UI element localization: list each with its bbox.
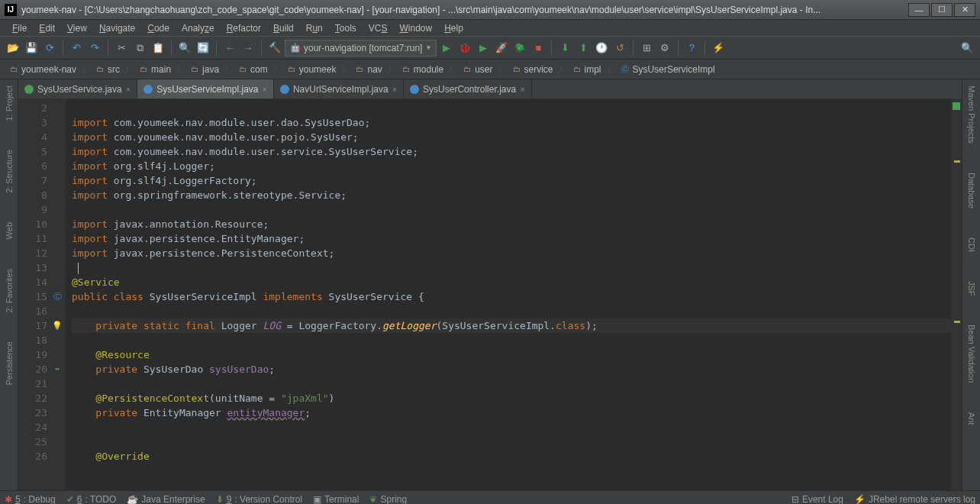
- tool-terminal[interactable]: ▣Terminal: [313, 494, 359, 505]
- error-stripe[interactable]: [951, 99, 962, 490]
- tool-jsf[interactable]: JSF: [965, 278, 978, 299]
- tool-project[interactable]: 1: Project: [3, 82, 15, 124]
- menu-refactor[interactable]: Refactor: [221, 23, 267, 34]
- close-icon[interactable]: ×: [126, 85, 131, 94]
- menu-help[interactable]: Help: [438, 23, 469, 34]
- tool-debug[interactable]: ✱5: Debug: [5, 494, 56, 505]
- menu-navigate[interactable]: Navigate: [93, 23, 141, 34]
- crumb-main[interactable]: 🗀main: [134, 63, 175, 76]
- menu-window[interactable]: Window: [393, 23, 438, 34]
- tool-ant[interactable]: Ant: [965, 409, 978, 428]
- tool-todo[interactable]: ✔6: TODO: [66, 494, 117, 505]
- back-icon[interactable]: ←: [221, 40, 238, 57]
- open-icon[interactable]: 📂: [5, 40, 21, 57]
- tool-persistence[interactable]: Persistence: [3, 338, 15, 388]
- menu-run[interactable]: Run: [300, 23, 329, 34]
- gutter[interactable]: 2345 6789 10111213 14151617 18192021 222…: [18, 99, 66, 490]
- stop-icon[interactable]: ■: [530, 40, 546, 57]
- tool-web[interactable]: Web: [3, 219, 15, 242]
- close-button[interactable]: ✕: [954, 3, 975, 17]
- sync-icon[interactable]: ⟳: [41, 40, 58, 57]
- paste-icon[interactable]: 📋: [150, 40, 166, 57]
- tool-bean-validation[interactable]: Bean Validation: [965, 321, 978, 386]
- menu-vcs[interactable]: VCS: [363, 23, 394, 34]
- crumb-user[interactable]: 🗀user: [458, 63, 496, 76]
- structure-icon[interactable]: ⊞: [638, 40, 655, 57]
- crumb-module[interactable]: 🗀module: [397, 63, 447, 76]
- forward-icon[interactable]: →: [240, 40, 256, 57]
- code-content[interactable]: import com.youmeek.nav.module.user.dao.S…: [66, 99, 951, 490]
- run-config-label: your-navigation [tomcat7:run]: [304, 43, 422, 53]
- copy-icon[interactable]: ⧉: [131, 40, 148, 57]
- crumb-youmeek[interactable]: 🗀youmeek: [282, 63, 340, 76]
- debug-icon[interactable]: 🐞: [456, 40, 473, 57]
- coverage-icon[interactable]: ▶: [475, 40, 492, 57]
- tool-maven[interactable]: Maven Projects: [965, 82, 978, 147]
- vcs-revert-icon[interactable]: ↺: [611, 40, 628, 57]
- find-icon[interactable]: 🔍: [176, 40, 193, 57]
- warning-marker[interactable]: [954, 160, 960, 163]
- tab-sysuserserviceimpl[interactable]: SysUserServiceImpl.java ×: [137, 79, 274, 99]
- folder-icon: 🗀: [8, 64, 19, 75]
- window-titlebar: IJ youmeek-nav - [C:\Users\zhangchaohuan…: [0, 0, 980, 20]
- crumb-class[interactable]: ⒸSysUserServiceImpl: [616, 63, 719, 76]
- tool-jrebel-log[interactable]: ⚡JRebel remote servers log: [854, 494, 975, 505]
- replace-icon[interactable]: 🔄: [195, 40, 211, 57]
- tool-version-control[interactable]: ⬇9: Version Control: [216, 494, 302, 505]
- crumb-com[interactable]: 🗀com: [234, 63, 272, 76]
- crumb-java[interactable]: 🗀java: [185, 63, 223, 76]
- crumb-nav[interactable]: 🗀nav: [350, 63, 385, 76]
- tool-java-enterprise[interactable]: ☕Java Enterprise: [127, 494, 205, 505]
- help-icon[interactable]: ?: [683, 40, 700, 57]
- run-icon[interactable]: ▶: [438, 40, 455, 57]
- close-icon[interactable]: ×: [263, 85, 267, 94]
- tool-cdi[interactable]: CDI: [965, 234, 978, 255]
- tab-navurlserviceimpl[interactable]: NavUrlServiceImpl.java ×: [274, 79, 404, 99]
- search-everywhere-icon[interactable]: 🔍: [959, 40, 975, 57]
- save-icon[interactable]: 💾: [23, 40, 40, 57]
- close-icon[interactable]: ×: [520, 85, 524, 94]
- menu-build[interactable]: Build: [267, 23, 300, 34]
- build-icon[interactable]: 🔨: [266, 40, 283, 57]
- tab-sysuserservice[interactable]: SysUserService.java ×: [18, 79, 137, 99]
- run-config-icon: 🤖: [290, 43, 301, 53]
- jrebel-debug-icon[interactable]: 🪲: [511, 40, 528, 57]
- warning-marker[interactable]: [954, 321, 960, 323]
- implementing-icon[interactable]: Ⓒ: [52, 289, 63, 304]
- settings-icon[interactable]: ⚙: [656, 40, 673, 57]
- right-tool-tabs: Maven Projects Database CDI JSF Bean Val…: [962, 79, 980, 490]
- code-editor[interactable]: 2345 6789 10111213 14151617 18192021 222…: [18, 99, 962, 490]
- tool-structure[interactable]: 2: Structure: [3, 147, 15, 196]
- menu-file[interactable]: File: [6, 23, 33, 34]
- jrebel-icon[interactable]: ⚡: [710, 40, 727, 57]
- menu-code[interactable]: Code: [141, 23, 176, 34]
- cut-icon[interactable]: ✂: [113, 40, 130, 57]
- bean-icon[interactable]: ⬌: [52, 362, 63, 376]
- vcs-commit-icon[interactable]: ⬆: [575, 40, 592, 57]
- vcs-update-icon[interactable]: ⬇: [556, 40, 573, 57]
- redo-icon[interactable]: ↷: [86, 40, 103, 57]
- crumb-impl[interactable]: 🗀impl: [568, 63, 605, 76]
- menu-edit[interactable]: Edit: [33, 23, 61, 34]
- crumb-service[interactable]: 🗀service: [508, 63, 557, 76]
- tool-database[interactable]: Database: [965, 170, 978, 212]
- tool-spring[interactable]: ❦Spring: [369, 494, 407, 505]
- undo-icon[interactable]: ↶: [68, 40, 85, 57]
- crumb-src[interactable]: 🗀src: [91, 63, 124, 76]
- tool-event-log[interactable]: ⊟Event Log: [791, 494, 843, 505]
- jrebel-run-icon[interactable]: 🚀: [493, 40, 510, 57]
- folder-icon: 🗀: [138, 64, 149, 75]
- tab-sysusercontroller[interactable]: SysUserController.java ×: [404, 79, 531, 99]
- menu-analyze[interactable]: Analyze: [176, 23, 221, 34]
- menu-tools[interactable]: Tools: [329, 23, 363, 34]
- close-icon[interactable]: ×: [392, 85, 397, 94]
- maximize-button[interactable]: ☐: [931, 3, 953, 17]
- menu-view[interactable]: View: [61, 23, 93, 34]
- class-icon: [280, 85, 289, 94]
- tool-favorites[interactable]: 2: Favorites: [3, 266, 15, 315]
- run-config-selector[interactable]: 🤖 your-navigation [tomcat7:run] ▼: [285, 40, 437, 57]
- minimize-button[interactable]: —: [908, 3, 930, 17]
- vcs-history-icon[interactable]: 🕐: [593, 40, 610, 57]
- bulb-icon[interactable]: 💡: [52, 318, 63, 333]
- crumb-root[interactable]: 🗀youmeek-nav: [5, 63, 80, 76]
